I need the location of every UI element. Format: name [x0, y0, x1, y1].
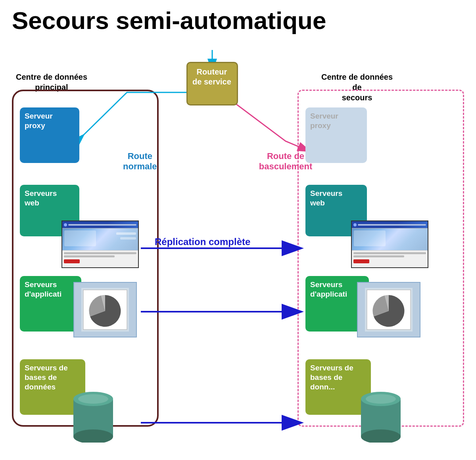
- pie-left: [73, 282, 137, 337]
- ss-btn-r: [353, 259, 369, 263]
- ss-bottom-right: [352, 250, 428, 268]
- web-left-label: Serveurs web: [25, 189, 57, 208]
- ss-line1: [64, 252, 136, 254]
- ss-line2: [64, 255, 115, 257]
- app-left-server: Serveurs d'applicati: [20, 276, 81, 332]
- ss-line1-r: [353, 252, 426, 254]
- proxy-right-label: Serveur proxy: [310, 111, 338, 130]
- route-basculement-label: Route de basculement: [246, 151, 325, 172]
- router-box: Routeur de service: [186, 62, 238, 105]
- screenshot-left: [61, 220, 139, 268]
- cyl-svg-right: [357, 387, 405, 443]
- ss-img-r: [354, 230, 386, 246]
- ss-dot: [64, 223, 67, 226]
- ss-url-bar-r: [358, 224, 426, 226]
- app-left-label: Serveurs d'applicati: [25, 280, 61, 299]
- replication-label: Réplication complète: [155, 236, 250, 247]
- ss-url-bar: [68, 224, 136, 226]
- ss-text1: [116, 232, 136, 235]
- app-right-label: Serveurs d'applicati: [310, 280, 347, 299]
- route-normale-label: Route normale: [123, 151, 157, 172]
- diagram-area: Centre de données principal Centre de do…: [0, 38, 476, 458]
- ss-btn: [64, 259, 80, 263]
- ss-content-right: [352, 228, 428, 250]
- svg-point-11: [366, 394, 396, 404]
- ss-img: [64, 230, 96, 246]
- ss-dot-r: [353, 223, 357, 226]
- ss-bar-right: [352, 221, 428, 228]
- cyl-svg-left: [69, 387, 117, 443]
- ss-text2: [120, 237, 136, 240]
- proxy-left-label: Serveur proxy: [25, 111, 53, 130]
- router-label: Routeur de service: [192, 67, 231, 87]
- ss-line2-r: [353, 255, 404, 257]
- cylinder-right: [357, 387, 405, 444]
- pie-chart-right: [365, 288, 413, 332]
- pie-right: [357, 282, 420, 337]
- ss-bottom-left: [62, 250, 138, 268]
- ss-content-left: [62, 228, 138, 250]
- pie-chart-left: [81, 288, 129, 332]
- cylinder-left: [69, 387, 117, 444]
- screenshot-right: [351, 220, 428, 268]
- db-right-label: Serveurs de bases de donn...: [310, 363, 353, 391]
- ss-bar-left: [62, 221, 138, 228]
- web-right-label: Serveurs web: [310, 189, 342, 208]
- db-left-label: Serveurs de bases de données: [25, 363, 68, 391]
- svg-point-7: [78, 394, 108, 404]
- page-title: Secours semi-automatique: [0, 0, 476, 38]
- proxy-left-server: Serveur proxy: [20, 107, 79, 163]
